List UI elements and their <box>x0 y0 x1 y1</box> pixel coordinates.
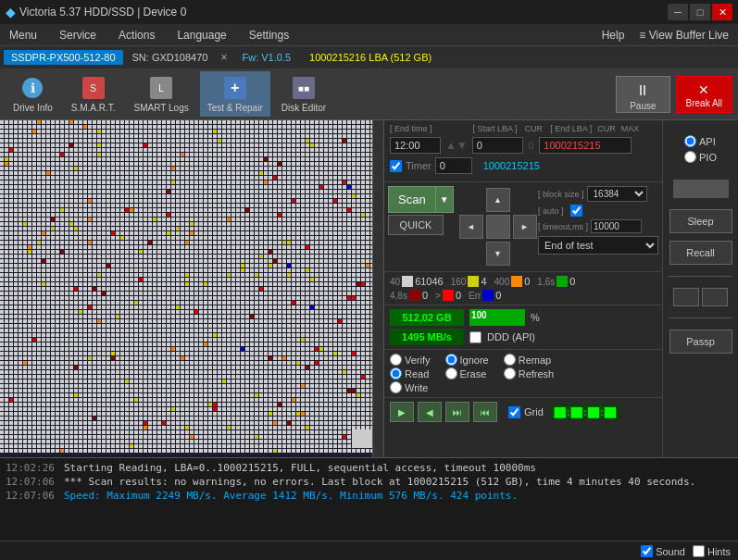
menu-bar: Menu Service Actions Language Settings H… <box>0 24 738 46</box>
minimize-button[interactable]: ─ <box>668 4 688 20</box>
pio-radio-label[interactable]: PIO <box>684 151 717 163</box>
refresh-radio-label[interactable]: Refresh <box>504 367 555 380</box>
stop-button[interactable]: ◀ <box>418 402 442 422</box>
cur-lba-display: 0 <box>529 141 534 151</box>
extra-mode-group: Remap Refresh <box>504 354 555 393</box>
indicator-4s <box>409 290 420 301</box>
verify-radio[interactable] <box>390 354 402 366</box>
refresh-radio[interactable] <box>504 367 516 380</box>
end-lba-input[interactable] <box>539 137 632 154</box>
nav-up-button[interactable]: ▲ <box>486 188 510 212</box>
menu-item-menu[interactable]: Menu <box>6 28 41 43</box>
play-button[interactable]: ▶ <box>390 402 414 422</box>
remap-radio[interactable] <box>504 354 516 366</box>
erase-radio-label[interactable]: Erase <box>445 367 489 380</box>
remap-radio-label[interactable]: Remap <box>504 354 555 366</box>
end-time-row: [ End time ] [ Start LBA ] CUR [ End LBA… <box>390 124 657 133</box>
maximize-button[interactable]: □ <box>690 4 710 20</box>
menu-item-settings[interactable]: Settings <box>245 28 293 43</box>
current-lba-display: 1000215215 <box>483 160 540 171</box>
counter-4s: 4,8s 0 <box>390 290 428 301</box>
menu-right: Help ≡ View Buffer Live <box>598 28 732 43</box>
menu-item-language[interactable]: Language <box>173 28 230 43</box>
read-radio-label[interactable]: Read <box>390 367 431 380</box>
write-radio[interactable] <box>390 381 402 393</box>
stats-counters: 40 61046 160 4 400 0 1,6s 0 <box>384 272 662 305</box>
timer-checkbox[interactable] <box>390 160 402 172</box>
nav-left-button[interactable]: ◄ <box>459 215 483 239</box>
drive-close-button[interactable]: × <box>217 51 231 64</box>
small-btn-2[interactable] <box>702 288 728 306</box>
tool-disk-editor[interactable]: ■■ Disk Editor <box>274 71 333 117</box>
tool-test-repair[interactable]: + Test & Repair <box>200 71 270 117</box>
indicator-40 <box>402 276 413 287</box>
ddd-api-checkbox[interactable] <box>469 331 482 343</box>
drive-info-icon: ℹ <box>19 75 45 101</box>
counter-1s: 1,6s 0 <box>537 276 575 287</box>
end-of-test-select[interactable]: End of test <box>538 236 658 255</box>
title-bar: ◆ Victoria 5.37 HDD/SSD | Device 0 ─ □ ✕ <box>0 0 738 24</box>
ignore-radio-label[interactable]: Ignore <box>445 354 489 366</box>
quick-button[interactable]: QUICK <box>388 215 444 235</box>
nav-right-button[interactable]: ► <box>513 215 537 239</box>
indicator-err <box>482 290 494 301</box>
test-repair-icon: + <box>222 75 248 101</box>
step-forward-button[interactable]: ⏭ <box>445 402 469 422</box>
recall-button[interactable]: Recall <box>669 241 732 265</box>
drive-tab: SSDPR-PX500-512-80 SN: GXD108470 × Fw: V… <box>0 46 738 68</box>
start-lba-input[interactable] <box>472 137 523 154</box>
break-all-button[interactable]: ✕ Break All <box>676 76 732 113</box>
menu-item-help[interactable]: Help <box>598 28 629 43</box>
passp-button[interactable]: Passp <box>669 330 732 354</box>
scan-button[interactable]: Scan <box>388 186 436 213</box>
menu-item-service[interactable]: Service <box>56 28 100 43</box>
drive-tab-name[interactable]: SSDPR-PX500-512-80 <box>4 50 123 65</box>
nav-down-button[interactable]: ▼ <box>486 242 510 266</box>
write-radio-label[interactable]: Write <box>390 381 431 393</box>
drive-firmware: Fw: V1.0.5 <box>234 50 298 65</box>
end-time-input[interactable] <box>390 137 441 154</box>
close-button[interactable]: ✕ <box>712 4 732 20</box>
hints-label[interactable]: Hints <box>693 545 731 557</box>
block-size-row: [ block size ] 16384 8192 4096 <box>538 186 658 202</box>
smart-logs-icon: L <box>148 75 174 101</box>
api-radio[interactable] <box>684 135 696 147</box>
menu-item-view-buffer[interactable]: ≡ View Buffer Live <box>635 28 732 43</box>
small-btn-1[interactable] <box>673 288 699 306</box>
tool-smart-logs[interactable]: L SMART Logs <box>127 71 196 117</box>
api-radio-label[interactable]: API <box>684 135 717 147</box>
break-icon: ✕ <box>698 82 709 97</box>
timer-input[interactable] <box>435 157 472 174</box>
grid-pattern: ██:██:██:██ <box>551 404 619 419</box>
pause-icon: ⏸ <box>635 82 650 98</box>
tool-drive-info[interactable]: ℹ Drive Info <box>6 71 60 117</box>
scan-scrollbar[interactable] <box>372 120 383 457</box>
sound-checkbox[interactable] <box>641 545 653 557</box>
pause-button[interactable]: ⏸ Pause <box>616 76 669 113</box>
app-icon: ◆ <box>6 5 16 19</box>
pio-radio[interactable] <box>684 151 696 163</box>
block-settings: [ block size ] 16384 8192 4096 [ auto ] … <box>538 186 658 268</box>
divider-2 <box>669 317 732 318</box>
menu-item-actions[interactable]: Actions <box>115 28 158 43</box>
divider-1 <box>669 276 732 277</box>
step-end-button[interactable]: ⏮ <box>473 402 497 422</box>
sound-label[interactable]: Sound <box>641 545 685 557</box>
grid-checkbox[interactable] <box>508 406 520 418</box>
counter-row-1: 40 61046 160 4 400 0 1,6s 0 <box>390 276 657 287</box>
hints-checkbox[interactable] <box>693 545 705 557</box>
tool-smart[interactable]: S S.M.A.R.T. <box>64 71 123 117</box>
mode-indicator <box>673 180 729 198</box>
timeout-input[interactable] <box>591 219 642 233</box>
scan-dropdown-button[interactable]: ▼ <box>436 186 454 213</box>
percent-label: % <box>531 312 540 323</box>
verify-radio-label[interactable]: Verify <box>390 354 431 366</box>
lba-controls: [ End time ] [ Start LBA ] CUR [ End LBA… <box>384 120 662 182</box>
timeout-row: [ timeout,ms ] <box>538 219 658 233</box>
ignore-radio[interactable] <box>445 354 457 366</box>
read-radio[interactable] <box>390 367 402 380</box>
sleep-button[interactable]: Sleep <box>669 209 732 233</box>
erase-radio[interactable] <box>445 367 457 380</box>
auto-checkbox[interactable] <box>570 205 582 217</box>
block-size-select[interactable]: 16384 8192 4096 <box>587 186 647 202</box>
